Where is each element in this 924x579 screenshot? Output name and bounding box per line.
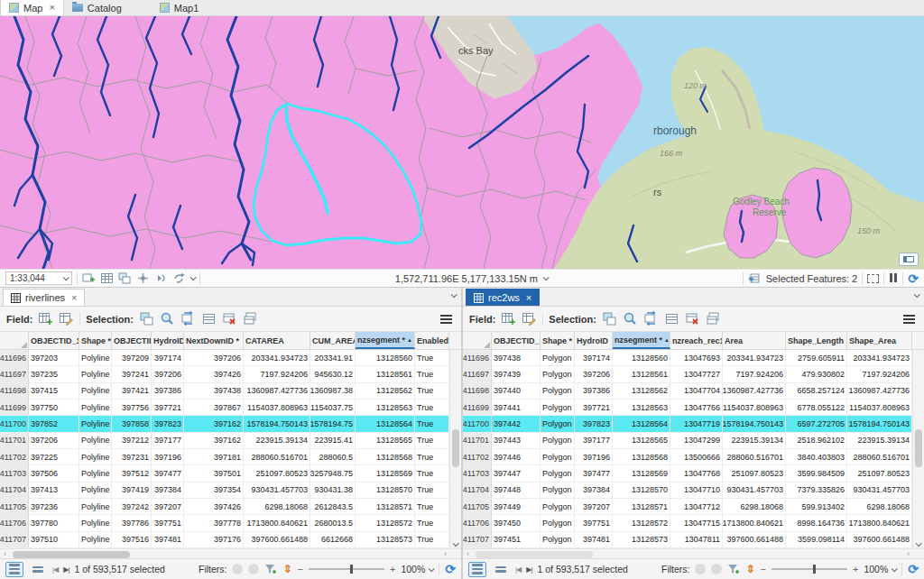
row-number-cell[interactable]: 411700 [0,416,29,431]
calculate-field-icon[interactable] [59,311,74,326]
table-row[interactable]: 411696397438Polygon397174131285601304769… [463,350,924,366]
tab-map1[interactable]: Map1 [152,0,208,15]
table-cell[interactable]: 13128561 [356,366,415,381]
table-cell[interactable]: 930431.457703 [244,482,310,498]
row-number-cell[interactable]: 411698 [463,383,492,399]
table-cell[interactable]: 7197.924206 [847,366,912,381]
table-cell[interactable]: 397600.661488 [847,532,912,547]
table-cell[interactable]: 397600.661488 [244,532,310,547]
add-field-icon[interactable] [501,311,516,326]
row-number-cell[interactable]: 411698 [0,383,29,399]
table-cell[interactable]: 6298.18068 [244,499,310,514]
zoom-in-icon[interactable]: + [390,564,395,574]
column-header[interactable]: NextDownID * [184,332,244,349]
table-cell[interactable]: True [415,416,449,431]
table-cell[interactable]: 13128572 [356,515,415,530]
last-record-icon[interactable]: ▶| [526,565,531,574]
table-cell[interactable]: 397780 [29,515,79,530]
row-number-cell[interactable]: 411704 [463,482,492,498]
table-cell[interactable]: 13128571 [613,499,670,514]
table-cell[interactable]: 397823 [152,416,184,431]
table-cell[interactable]: 397786 [112,515,152,530]
column-header[interactable]: Shape * [79,332,112,349]
table-cell[interactable]: 397162 [184,433,244,448]
zoom-percent[interactable]: 100% [401,564,433,574]
table-cell[interactable]: 1713800.840621 [847,515,912,530]
table-cell[interactable]: 13128560 [356,350,415,365]
table-cell[interactable]: Polygon [541,383,575,399]
table-cell[interactable]: 251097.80523 [244,465,310,481]
table-row[interactable]: 411697397439Polygon397206131285611304772… [463,366,924,382]
table-cell[interactable]: 13047727 [670,366,723,381]
table-cell[interactable]: 397177 [152,433,184,448]
table-cell[interactable]: 1360987.38 [310,383,356,399]
table-cell[interactable]: 397235 [29,366,79,381]
pin-icon[interactable] [136,271,150,285]
table-cell[interactable]: True [415,482,449,498]
table-cell[interactable]: Polyline [79,482,112,498]
table-row[interactable]: 411701397206Polyline39721239717739716222… [0,433,461,449]
refresh-icon[interactable]: ⟳ [908,272,919,285]
table-cell[interactable]: 397450 [492,515,541,530]
table-cell[interactable]: 397447 [492,465,541,481]
table-cell[interactable]: 13128563 [356,400,415,415]
column-header[interactable]: OBJECTID_1 * [492,332,541,349]
table-cell[interactable]: 223915.39134 [244,433,310,448]
table-cell[interactable]: 1578194.75 [310,416,356,431]
table-cell[interactable]: 397241 [112,366,152,381]
table-cell[interactable]: 397510 [29,532,79,547]
tab-map[interactable]: Map × [0,0,64,15]
close-icon[interactable]: × [524,293,531,303]
row-number-cell[interactable]: 411699 [0,400,29,415]
table-cell[interactable]: 397206 [575,366,613,381]
table-cell[interactable]: 288060.5 [310,449,356,464]
horizontal-scrollbar[interactable]: ‹› [0,548,461,558]
table-cell[interactable]: 6778.055122 [786,400,847,415]
table-cell[interactable]: True [415,532,449,547]
table-row[interactable]: 411696397203Polyline39720939717439720620… [0,350,461,366]
column-header[interactable]: HydroID [575,332,613,349]
table-cell[interactable]: 6298.18068 [847,499,912,514]
table-cell[interactable]: True [415,515,449,530]
scroll-down-icon[interactable] [453,540,459,547]
refresh-icon[interactable]: ⟳ [445,563,456,575]
table-row[interactable]: 411700397852Polyline39785839782339716215… [0,416,461,432]
table-cell[interactable]: Polyline [79,400,112,415]
vertical-scrollbar[interactable] [912,350,924,547]
table-cell[interactable]: 397162 [184,416,244,431]
table-row[interactable]: 411700397442Polygon397823131285641304771… [463,416,924,432]
table-row[interactable]: 411706397450Polygon397751131285721304771… [463,515,924,531]
table-cell[interactable]: 397438 [492,350,541,365]
menu-icon[interactable] [903,315,918,324]
table-cell[interactable]: 397451 [492,532,541,547]
table-cell[interactable]: 6612668 [310,532,356,547]
table-cell[interactable]: 397481 [575,532,613,547]
table-row[interactable]: 411702397225Polyline39723139719639718128… [0,449,461,465]
row-number-cell[interactable]: 411704 [0,482,29,498]
flash-icon[interactable] [154,271,168,285]
table-cell[interactable]: 397512 [112,465,152,481]
column-header[interactable]: CATAREA [244,332,310,349]
zoom-percent[interactable]: 100% [864,564,896,574]
table-cell[interactable]: 1578194.750143 [723,416,786,431]
zoom-to-selection-icon[interactable] [160,311,175,326]
menu-icon[interactable] [440,315,455,324]
chevron-down-icon[interactable] [451,291,457,298]
table-cell[interactable]: 13128568 [356,449,415,464]
table-cell[interactable]: 223915.41 [310,433,356,448]
table-cell[interactable]: 479.930802 [786,366,847,381]
table-cell[interactable]: 397231 [112,449,152,464]
table-cell[interactable]: 397438 [184,383,244,399]
table-cell[interactable]: 397174 [575,350,613,365]
table-cell[interactable]: 13047811 [670,532,723,547]
table-cell[interactable]: 1713800.840621 [244,515,310,530]
table-cell[interactable]: 397384 [152,482,184,498]
table-cell[interactable]: 13047704 [670,383,723,399]
zoom-slider[interactable] [772,568,847,570]
table-cell[interactable]: 397477 [575,465,613,481]
table-cell[interactable]: 13128565 [613,433,670,448]
last-record-icon[interactable]: ▶| [63,565,69,574]
table-cell[interactable]: 13047712 [670,499,723,514]
table-cell[interactable]: 13047299 [670,433,723,448]
table-cell[interactable]: 397177 [575,433,613,448]
